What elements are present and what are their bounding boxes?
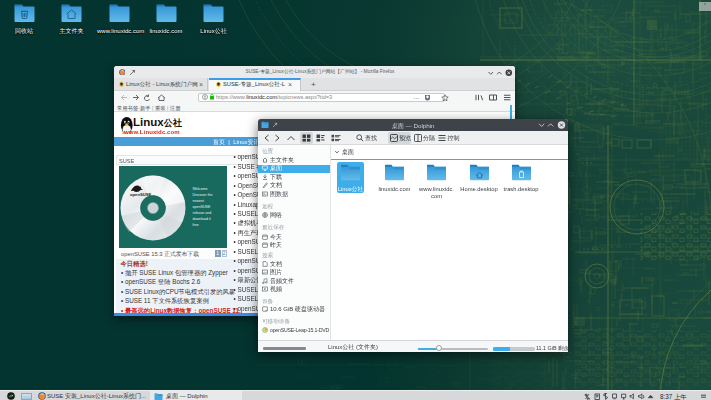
svg-text:openSUSE: openSUSE [130, 191, 152, 196]
